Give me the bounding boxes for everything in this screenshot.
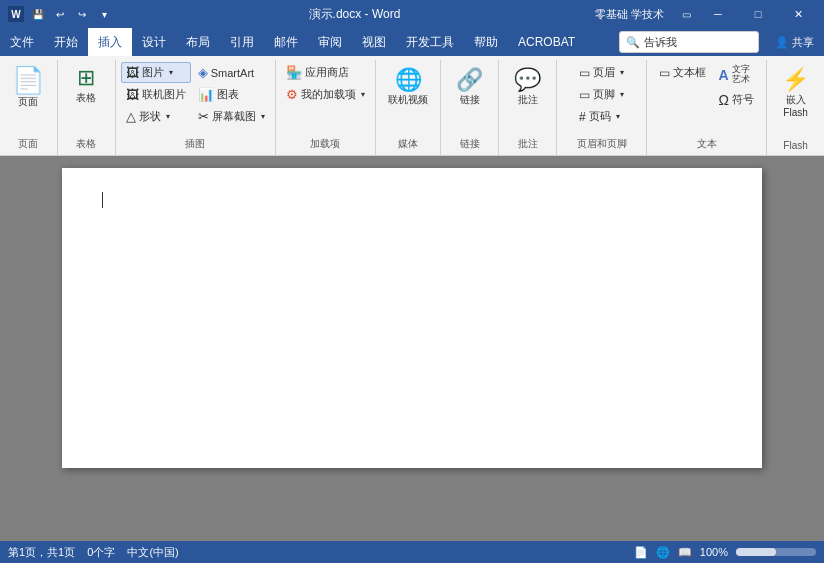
symbol-icon: Ω <box>718 92 728 108</box>
online-picture-button[interactable]: 🖼 联机图片 <box>121 84 191 105</box>
textbox-icon: ▭ <box>659 66 670 80</box>
my-addins-dropdown-arrow: ▾ <box>361 90 365 99</box>
footer-dropdown-arrow: ▾ <box>620 90 624 99</box>
zoom-level[interactable]: 100% <box>700 546 728 558</box>
symbol-button[interactable]: Ω 符号 <box>713 89 758 111</box>
my-addins-icon: ⚙ <box>286 87 298 102</box>
page-label: 页面 <box>18 95 38 109</box>
menu-file[interactable]: 文件 <box>0 28 44 56</box>
menu-layout[interactable]: 布局 <box>176 28 220 56</box>
minimize-button[interactable]: ─ <box>700 0 736 28</box>
online-picture-icon: 🖼 <box>126 87 139 102</box>
view-print-icon[interactable]: 📄 <box>634 546 648 559</box>
screenshot-dropdown-arrow: ▾ <box>261 112 265 121</box>
ribbon-display-button[interactable]: ▭ <box>676 4 696 24</box>
page-info[interactable]: 第1页，共1页 <box>8 545 75 560</box>
restore-button[interactable]: □ <box>740 0 776 28</box>
menu-mailings[interactable]: 邮件 <box>264 28 308 56</box>
language[interactable]: 中文(中国) <box>127 545 178 560</box>
my-addins-button[interactable]: ⚙ 我的加载项 ▾ <box>281 84 370 105</box>
zoom-slider[interactable] <box>736 548 816 556</box>
illustrations-col1: 🖼 图片 ▾ 🖼 联机图片 △ 形状 ▾ <box>121 62 191 127</box>
word-app-icon: W <box>8 6 24 22</box>
quick-access-toolbar: 💾 ↩ ↪ ▾ <box>28 4 114 24</box>
view-read-icon[interactable]: 📖 <box>678 546 692 559</box>
group-illustrations: 🖼 图片 ▾ 🖼 联机图片 △ 形状 ▾ <box>116 60 276 155</box>
menu-references[interactable]: 引用 <box>220 28 264 56</box>
store-label: 应用商店 <box>305 65 349 80</box>
shapes-button[interactable]: △ 形状 ▾ <box>121 106 191 127</box>
comment-label: 批注 <box>518 93 538 107</box>
share-button[interactable]: 👤 共享 <box>765 28 824 56</box>
group-flash-items: ⚡ 嵌入Flash <box>773 62 819 138</box>
title-bar: W 💾 ↩ ↪ ▾ 演示.docx - Word 零基础 学技术 ▭ ─ □ ✕ <box>0 0 824 28</box>
group-links-label: 链接 <box>460 135 480 153</box>
picture-label: 图片 <box>142 65 164 80</box>
menu-design[interactable]: 设计 <box>132 28 176 56</box>
ribbon: 📄 页面 页面 ⊞ 表格 表格 🖼 <box>0 56 824 156</box>
embed-flash-button[interactable]: ⚡ 嵌入Flash <box>773 62 819 123</box>
online-video-icon: 🌐 <box>395 67 422 93</box>
group-header-footer-items: ▭ 页眉 ▾ ▭ 页脚 ▾ # 页码 ▾ <box>574 62 629 135</box>
table-label: 表格 <box>76 91 96 105</box>
screenshot-button[interactable]: ✂ 屏幕截图 ▾ <box>193 106 270 127</box>
page-icon: 📄 <box>12 67 44 93</box>
document-title: 演示.docx - Word <box>114 6 595 23</box>
help-info-text: 零基础 学技术 <box>595 7 664 22</box>
online-video-button[interactable]: 🌐 联机视频 <box>381 62 435 112</box>
tell-me-bar[interactable]: 🔍 告诉我 <box>619 31 759 53</box>
tell-me-text: 告诉我 <box>644 35 677 50</box>
table-icon: ⊞ <box>77 67 95 89</box>
menu-home[interactable]: 开始 <box>44 28 88 56</box>
smartart-label: SmartArt <box>211 67 254 79</box>
menu-view[interactable]: 视图 <box>352 28 396 56</box>
smartart-button[interactable]: ◈ SmartArt <box>193 62 270 83</box>
comment-button[interactable]: 💬 批注 <box>505 62 551 112</box>
link-button[interactable]: 🔗 链接 <box>447 62 493 112</box>
save-button[interactable]: 💾 <box>28 4 48 24</box>
page-button[interactable]: 📄 页面 <box>5 62 51 114</box>
redo-button[interactable]: ↪ <box>72 4 92 24</box>
menu-help[interactable]: 帮助 <box>464 28 508 56</box>
textbox-button[interactable]: ▭ 文本框 <box>654 62 711 83</box>
group-flash-label: Flash <box>783 138 807 153</box>
picture-button[interactable]: 🖼 图片 ▾ <box>121 62 191 83</box>
view-web-icon[interactable]: 🌐 <box>656 546 670 559</box>
symbol-label: 符号 <box>732 92 754 107</box>
word-count[interactable]: 0个字 <box>87 545 115 560</box>
group-page-label: 页面 <box>18 135 38 153</box>
document-page[interactable] <box>62 168 762 468</box>
group-media-label: 媒体 <box>398 135 418 153</box>
group-illustrations-items: 🖼 图片 ▾ 🖼 联机图片 △ 形状 ▾ <box>121 62 270 135</box>
picture-icon: 🖼 <box>126 65 139 80</box>
wordart-icon: A <box>718 67 728 83</box>
footer-button[interactable]: ▭ 页脚 ▾ <box>574 84 629 105</box>
menu-bar: 文件 开始 插入 设计 布局 引用 邮件 审阅 视图 开发工具 帮助 ACROB… <box>0 28 824 56</box>
link-icon: 🔗 <box>456 67 483 93</box>
header-label: 页眉 <box>593 65 615 80</box>
menu-insert[interactable]: 插入 <box>88 28 132 56</box>
table-button[interactable]: ⊞ 表格 <box>63 62 109 110</box>
menu-acrobat[interactable]: ACROBAT <box>508 28 585 56</box>
group-addins-items: 🏪 应用商店 ⚙ 我的加载项 ▾ <box>281 62 370 135</box>
title-bar-left: W 💾 ↩ ↪ ▾ <box>8 4 114 24</box>
screenshot-label: 屏幕截图 <box>212 109 256 124</box>
embed-flash-label: 嵌入Flash <box>783 93 807 118</box>
picture-dropdown-arrow: ▾ <box>169 68 173 77</box>
menu-developer[interactable]: 开发工具 <box>396 28 464 56</box>
undo-button[interactable]: ↩ <box>50 4 70 24</box>
menu-review[interactable]: 审阅 <box>308 28 352 56</box>
chart-button[interactable]: 📊 图表 <box>193 84 270 105</box>
illustrations-col2: ◈ SmartArt 📊 图表 ✂ 屏幕截图 ▾ <box>193 62 270 127</box>
header-button[interactable]: ▭ 页眉 ▾ <box>574 62 629 83</box>
status-bar-right: 📄 🌐 📖 100% <box>634 546 816 559</box>
customize-qat-button[interactable]: ▾ <box>94 4 114 24</box>
page-number-button[interactable]: # 页码 ▾ <box>574 106 629 127</box>
wordart-button[interactable]: A 文字艺术 <box>713 62 758 88</box>
smartart-icon: ◈ <box>198 65 208 80</box>
store-button[interactable]: 🏪 应用商店 <box>281 62 370 83</box>
close-button[interactable]: ✕ <box>780 0 816 28</box>
group-links: 🔗 链接 链接 <box>441 60 499 155</box>
group-text: ▭ 文本框 A 文字艺术 Ω 符号 文本 <box>647 60 767 155</box>
embed-flash-icon: ⚡ <box>782 67 809 93</box>
